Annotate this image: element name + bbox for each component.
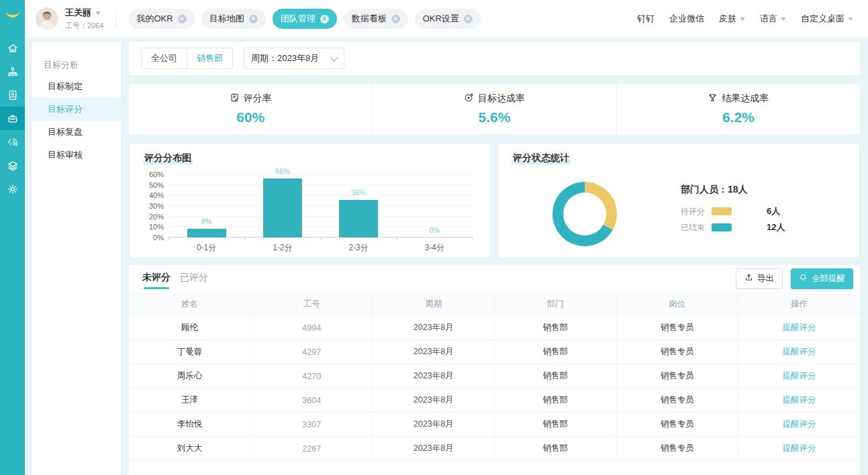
table-tab[interactable]: 未评分: [142, 272, 171, 285]
y-axis-tick-label: 10%: [149, 223, 164, 231]
close-icon[interactable]: [391, 15, 400, 23]
period-dropdown[interactable]: 周期：2023年8月: [244, 48, 344, 69]
bar-slot: 36%2-3分: [321, 174, 397, 237]
remind-all-button[interactable]: 全部提醒: [791, 268, 853, 289]
topbar-menu-item[interactable]: 钉钉: [637, 13, 655, 25]
bar: [339, 200, 378, 237]
rail-item-fingerprint[interactable]: [0, 130, 25, 154]
remind-score-link[interactable]: 提醒评分: [783, 443, 816, 453]
remind-score-link[interactable]: 提醒评分: [783, 395, 816, 405]
x-axis-category-label: 2-3分: [348, 242, 368, 254]
bar-slot: 8%0-1分: [168, 174, 244, 237]
rail-items: [0, 36, 25, 201]
bar: [263, 178, 302, 237]
rail-item-briefcase[interactable]: [0, 107, 25, 130]
remind-score-link[interactable]: 提醒评分: [783, 323, 816, 332]
remind-score-link[interactable]: 提醒评分: [783, 419, 816, 429]
main-content: 全公司销售部 周期：2023年8月 评分率60%目标达成率5.6%结果达成率6.…: [129, 42, 860, 475]
cell-action: 提醒评分: [738, 437, 861, 461]
cell-name: 王泽: [129, 388, 251, 413]
cell-department: 销售部: [495, 316, 617, 340]
sidebar-item[interactable]: 目标复盘: [32, 121, 121, 144]
rail-item-gear[interactable]: [0, 177, 25, 201]
bar-chart-plot: 0%10%20%30%40%50%60%8%0-1分56%1-2分36%2-3分…: [168, 174, 473, 237]
legend-swatch: [712, 223, 732, 231]
workspace-tab[interactable]: 数据看板: [344, 9, 408, 29]
stat-label: 目标达成率: [478, 93, 525, 105]
pending-score-table: 姓名工号周期部门岗位操作 顾伦49942023年8月销售部销售专员提醒评分丁曼蓉…: [129, 292, 860, 461]
bar-chart-title: 评分分布图: [143, 152, 193, 164]
cell-employee_id: 4994: [251, 316, 373, 340]
y-axis-tick-label: 30%: [149, 202, 164, 210]
filter-bar: 全公司销售部 周期：2023年8月: [129, 42, 860, 75]
cell-period: 2023年8月: [373, 340, 495, 364]
remind-all-button-label: 全部提醒: [812, 273, 845, 284]
workspace-tab[interactable]: 团队管理: [273, 9, 337, 29]
close-icon[interactable]: [249, 15, 258, 23]
column-header: 周期: [373, 292, 495, 316]
table-tab[interactable]: 已评分: [180, 272, 208, 285]
topbar-divider: [115, 10, 116, 28]
org-chart-icon: [7, 66, 19, 78]
topbar-menu-item[interactable]: 语言: [760, 13, 786, 25]
cell-action: 提醒评分: [738, 388, 861, 413]
topbar-menu-item[interactable]: 皮肤: [719, 13, 745, 25]
workspace-tab-label: 团队管理: [281, 13, 316, 25]
user-name-row[interactable]: 王关丽: [65, 7, 103, 19]
cell-employee_id: 3307: [251, 413, 373, 437]
topbar-menu-item-label: 自定义桌面: [801, 13, 845, 25]
left-rail: [0, 0, 25, 475]
scope-segment[interactable]: 销售部: [187, 48, 232, 68]
workspace-tab[interactable]: OKR设置: [415, 9, 481, 29]
stat-value: 5.6%: [479, 109, 511, 125]
export-button[interactable]: 导出: [736, 268, 783, 289]
export-button-label: 导出: [757, 273, 774, 284]
close-icon[interactable]: [464, 15, 473, 23]
table-row: 顾伦49942023年8月销售部销售专员提醒评分: [129, 316, 860, 340]
legend-item-label: 已结束: [681, 222, 709, 233]
remind-score-link[interactable]: 提醒评分: [783, 371, 816, 380]
cell-period: 2023年8月: [373, 364, 495, 388]
cell-employee_id: 3604: [251, 388, 373, 413]
topbar-menu-item[interactable]: 自定义桌面: [801, 13, 853, 25]
cell-department: 销售部: [495, 388, 617, 413]
y-axis-tick-label: 20%: [149, 213, 164, 221]
avatar[interactable]: [36, 7, 58, 30]
cell-period: 2023年8月: [373, 388, 495, 413]
y-axis-tick-label: 50%: [149, 181, 164, 189]
donut-legend: 部门人员：18人 待评分6人已结束12人: [681, 184, 785, 233]
remind-score-link[interactable]: 提醒评分: [783, 347, 816, 356]
sidebar-item[interactable]: 目标制定: [32, 75, 121, 98]
sidebar-item[interactable]: 目标审核: [32, 144, 121, 166]
rail-item-home[interactable]: [0, 36, 25, 60]
x-axis-tick: [244, 237, 245, 240]
user-box: 王关丽 工号：2064: [65, 7, 103, 31]
stat-label: 结果达成率: [722, 93, 769, 105]
scope-segment[interactable]: 全公司: [142, 48, 187, 68]
department-total-label: 部门人员：: [681, 184, 728, 195]
cell-name: 顾伦: [129, 316, 251, 340]
bar-slot: 56%1-2分: [244, 174, 320, 237]
topbar-menu-item[interactable]: 企业微信: [669, 13, 704, 25]
cell-employee_id: 2267: [251, 437, 373, 461]
workspace-tab[interactable]: 目标地图: [201, 9, 266, 29]
stat-label-row: 目标达成率: [464, 93, 525, 105]
table-row: 王泽36042023年8月销售部销售专员提醒评分: [129, 388, 860, 413]
rail-item-layers[interactable]: [0, 154, 25, 177]
sidebar: 目标分析 目标制定目标评分目标复盘目标审核: [32, 42, 121, 475]
cell-action: 提醒评分: [738, 413, 861, 437]
rail-item-document[interactable]: [0, 83, 25, 107]
stat-value: 6.2%: [722, 109, 755, 125]
rail-item-org-chart[interactable]: [0, 60, 25, 83]
close-icon[interactable]: [178, 15, 187, 23]
table-row: 刘大大22672023年8月销售部销售专员提醒评分: [129, 437, 860, 461]
cell-department: 销售部: [495, 437, 617, 461]
close-icon[interactable]: [320, 15, 329, 23]
bar-value-label: 36%: [351, 189, 366, 197]
workspace-tab[interactable]: 我的OKR: [128, 9, 194, 29]
sidebar-item[interactable]: 目标评分: [32, 98, 121, 121]
cell-name: 周乐心: [129, 364, 251, 388]
score-rate-icon: [230, 93, 240, 105]
user-name: 王关丽: [65, 7, 91, 19]
app-logo[interactable]: [0, 0, 25, 31]
